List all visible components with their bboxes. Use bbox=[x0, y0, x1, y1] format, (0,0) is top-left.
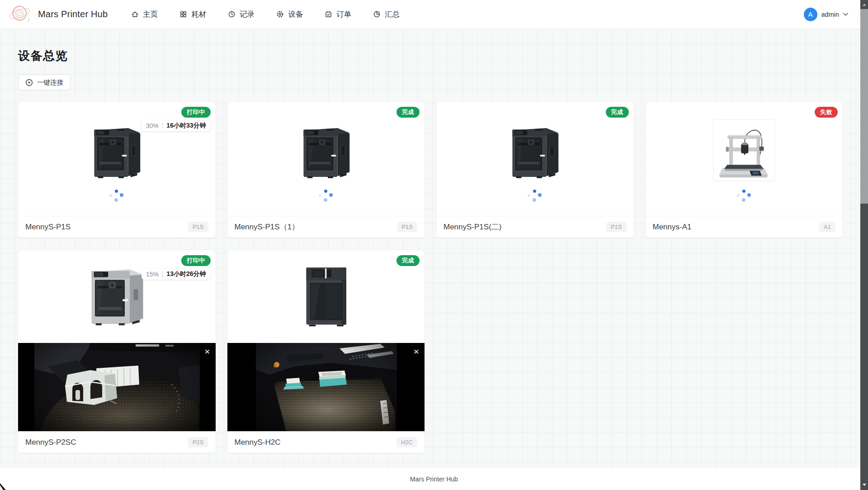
device-name: Mennys-A1 bbox=[653, 223, 692, 232]
printer-image-h2c bbox=[292, 260, 360, 328]
nav-item-label: 订单 bbox=[336, 10, 351, 19]
user-name: admin bbox=[821, 11, 840, 18]
time-remaining: 13小时26分钟 bbox=[166, 270, 206, 278]
device-media: 打印中15%|13小时26分钟 bbox=[18, 250, 216, 343]
gear-icon bbox=[276, 10, 284, 18]
device-card-grid: 打印中30%|16小时33分钟MennyS-P1SP1S完成MennyS-P1S… bbox=[18, 102, 843, 453]
brand-title: Mars Printer Hub bbox=[38, 9, 108, 19]
device-card-footer: MennyS-P1S(二)P1S bbox=[436, 216, 634, 238]
top-navbar: Mars Printer Hub 主页耗材记录设备订单汇总 A admin bbox=[0, 0, 868, 29]
close-camera-icon[interactable]: × bbox=[203, 345, 212, 358]
device-name: MennyS-P1S（1） bbox=[235, 222, 300, 232]
device-name: MennyS-P1S(二) bbox=[443, 222, 501, 232]
progress-pill: 15%|13小时26分钟 bbox=[142, 269, 211, 280]
footer-text: Mars Printer Hub bbox=[410, 476, 458, 483]
device-name: MennyS-H2C bbox=[235, 438, 281, 447]
status-badge: 失败 bbox=[815, 107, 838, 118]
nav-item-label: 耗材 bbox=[191, 10, 206, 19]
device-card[interactable]: 打印中15%|13小时26分钟×MennyS-P2SCP2S bbox=[18, 250, 216, 453]
nav-item-2[interactable]: 记录 bbox=[228, 10, 255, 19]
progress-pill: 30%|16小时33分钟 bbox=[142, 120, 211, 131]
model-chip: P1S bbox=[606, 222, 627, 232]
status-badge: 完成 bbox=[396, 255, 420, 266]
device-card[interactable]: 完成MennyS-P1S(二)P1S bbox=[436, 102, 634, 238]
close-camera-icon[interactable]: × bbox=[412, 345, 421, 358]
device-card[interactable]: 完成MennyS-P1S（1）P1S bbox=[227, 102, 425, 238]
pie-icon bbox=[373, 10, 381, 18]
progress-divider: | bbox=[162, 271, 164, 278]
progress-percent: 15% bbox=[146, 271, 159, 278]
camera-feed-cathedral[interactable]: × bbox=[18, 343, 216, 431]
device-card-footer: MennyS-P2SCP2S bbox=[18, 431, 216, 453]
nav-item-1[interactable]: 耗材 bbox=[179, 10, 206, 19]
printer-image-p2s bbox=[83, 260, 151, 328]
nav-item-label: 主页 bbox=[143, 10, 158, 19]
device-media: 完成 bbox=[227, 102, 425, 216]
status-badge: 完成 bbox=[606, 107, 629, 118]
device-card-footer: MennyS-P1SP1S bbox=[18, 216, 216, 238]
device-media: 打印中30%|16小时33分钟 bbox=[18, 102, 216, 216]
device-media: 完成 bbox=[436, 102, 634, 216]
progress-divider: | bbox=[162, 122, 164, 129]
progress-percent: 30% bbox=[146, 122, 159, 129]
model-chip: P1S bbox=[397, 222, 417, 232]
printer-image-p1s bbox=[296, 120, 356, 181]
vertical-scrollbar[interactable] bbox=[860, 0, 868, 490]
loading-dots-spinner bbox=[737, 190, 751, 202]
printer-image-a1 bbox=[714, 120, 774, 181]
clock-icon bbox=[228, 10, 236, 18]
scrollbar-thumb[interactable] bbox=[860, 9, 868, 204]
device-name: MennyS-P2SC bbox=[25, 438, 76, 447]
loading-dots-spinner bbox=[528, 190, 542, 202]
device-name: MennyS-P1S bbox=[25, 223, 71, 232]
scroll-down-button[interactable] bbox=[860, 481, 868, 488]
nav-item-label: 设备 bbox=[288, 10, 303, 19]
nav-item-0[interactable]: 主页 bbox=[131, 10, 158, 19]
device-card-footer: MennyS-P1S（1）P1S bbox=[227, 216, 425, 238]
main-nav: 主页耗材记录设备订单汇总 bbox=[131, 10, 400, 19]
home-icon bbox=[131, 10, 139, 18]
site-footer: Mars Printer Hub bbox=[0, 468, 868, 490]
connect-all-label: 一键连接 bbox=[37, 78, 63, 87]
printer-image-p1s bbox=[86, 120, 147, 181]
printer-image-p1s bbox=[505, 120, 565, 181]
play-circle-icon bbox=[25, 79, 33, 86]
order-icon bbox=[325, 10, 332, 18]
nav-item-5[interactable]: 汇总 bbox=[373, 10, 400, 19]
status-badge: 打印中 bbox=[181, 107, 211, 118]
status-badge: 完成 bbox=[396, 107, 420, 118]
device-card-footer: MennyS-H2CH2C bbox=[227, 431, 425, 453]
device-card[interactable]: 失败Mennys-A1A1 bbox=[646, 102, 843, 238]
device-media: 失败 bbox=[646, 102, 843, 216]
status-badge: 打印中 bbox=[181, 255, 211, 266]
app-logo-icon bbox=[7, 2, 33, 27]
model-chip: P1S bbox=[188, 222, 208, 232]
loading-dots-spinner bbox=[109, 190, 124, 202]
device-card[interactable]: 打印中30%|16小时33分钟MennyS-P1SP1S bbox=[18, 102, 216, 238]
nav-item-4[interactable]: 订单 bbox=[325, 10, 351, 19]
device-overview-page: 设备总览 一键连接 打印中30%|16小时33分钟MennyS-P1SP1S完成… bbox=[0, 29, 868, 468]
model-chip: A1 bbox=[819, 222, 835, 232]
time-remaining: 16小时33分钟 bbox=[166, 122, 206, 130]
scroll-up-button[interactable] bbox=[860, 1, 868, 8]
page-title: 设备总览 bbox=[18, 48, 843, 64]
nav-item-label: 汇总 bbox=[385, 10, 400, 19]
grid-icon bbox=[179, 10, 187, 18]
user-avatar[interactable]: A bbox=[804, 8, 817, 21]
model-chip: H2C bbox=[396, 437, 417, 447]
connect-all-button[interactable]: 一键连接 bbox=[18, 75, 71, 90]
device-card-footer: Mennys-A1A1 bbox=[646, 216, 843, 238]
chevron-down-icon bbox=[843, 13, 848, 16]
device-card[interactable]: 完成×MennyS-H2CH2C bbox=[227, 250, 425, 453]
loading-dots-spinner bbox=[319, 190, 333, 202]
camera-feed-boxes[interactable]: × bbox=[227, 343, 425, 431]
model-chip: P2S bbox=[188, 437, 208, 447]
user-menu[interactable]: A admin bbox=[804, 8, 850, 21]
nav-item-label: 记录 bbox=[240, 10, 255, 19]
nav-item-3[interactable]: 设备 bbox=[276, 10, 303, 19]
device-media: 完成 bbox=[227, 250, 425, 343]
